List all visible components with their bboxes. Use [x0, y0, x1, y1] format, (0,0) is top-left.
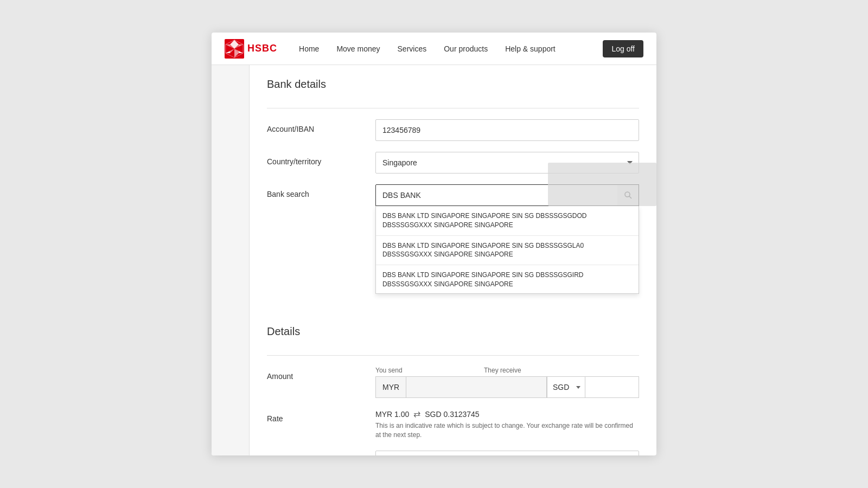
hsbc-logo-icon — [225, 39, 244, 59]
nav-services[interactable]: Services — [398, 42, 427, 55]
sidebar — [212, 65, 250, 455]
receive-currency-wrap: SGD USD EUR — [547, 376, 585, 398]
bank-search-label: Bank search — [267, 184, 375, 198]
amount-row: Amount You send They receive — [267, 367, 639, 398]
rate-note: This is an indicative rate which is subj… — [375, 421, 639, 440]
nav-move-money[interactable]: Move money — [336, 42, 380, 55]
rate-row: Rate MYR 1.00 ⇄ SGD 0.3123745 This is an… — [267, 409, 639, 440]
rate-line: MYR 1.00 ⇄ SGD 0.3123745 — [375, 409, 639, 419]
they-receive-label: They receive — [484, 367, 521, 374]
details-title: Details — [267, 325, 639, 344]
content-area: Bank details Account/IBAN Country/territ… — [212, 65, 656, 455]
nav-help-support[interactable]: Help & support — [505, 42, 556, 55]
fees-select[interactable]: Please select — [375, 451, 639, 455]
details-section: Details Amount You send They receive — [267, 325, 639, 455]
receive-amount-input[interactable] — [585, 376, 639, 398]
details-divider — [267, 355, 639, 356]
overlay-panel — [548, 163, 656, 206]
rate-control: MYR 1.00 ⇄ SGD 0.3123745 This is an indi… — [375, 409, 639, 440]
rate-to: SGD 0.3123745 — [425, 410, 479, 419]
account-iban-input[interactable] — [375, 119, 639, 141]
amount-label: Amount — [267, 367, 375, 381]
fees-label: Fees — [267, 451, 375, 455]
brand-name: HSBC — [247, 43, 277, 54]
nav-our-products[interactable]: Our products — [444, 42, 488, 55]
fees-row: Fees Please select — [267, 451, 639, 455]
amount-control: You send They receive MYR — [375, 367, 639, 398]
you-send-label: You send — [375, 367, 484, 374]
bank-dropdown-item-2[interactable]: DBS BANK LTD SINGAPORE SINGAPORE SIN SG … — [376, 236, 639, 266]
navbar: HSBC Home Move money Services Our produc… — [212, 33, 656, 65]
you-send-wrap: MYR — [375, 376, 547, 398]
country-territory-label: Country/territory — [267, 152, 375, 166]
account-iban-row: Account/IBAN — [267, 119, 639, 141]
rate-info: MYR 1.00 ⇄ SGD 0.3123745 This is an indi… — [375, 409, 639, 440]
rate-exchange-icon: ⇄ — [413, 409, 420, 419]
log-off-button[interactable]: Log off — [603, 40, 643, 57]
fees-control: Please select — [375, 451, 639, 455]
bank-dropdown-item-1[interactable]: DBS BANK LTD SINGAPORE SINGAPORE SIN SG … — [376, 206, 639, 236]
account-iban-control — [375, 119, 639, 141]
receive-currency-select[interactable]: SGD USD EUR — [547, 376, 585, 398]
bank-dropdown-item-3[interactable]: DBS BANK LTD SINGAPORE SINGAPORE SIN SG … — [376, 265, 639, 293]
bank-details-divider — [267, 108, 639, 108]
main-content: Bank details Account/IBAN Country/territ… — [250, 65, 656, 455]
fees-select-wrapper: Please select — [375, 451, 639, 455]
nav-home[interactable]: Home — [299, 42, 319, 55]
logo-area: HSBC — [225, 39, 277, 59]
they-receive-wrap: SGD USD EUR — [547, 376, 639, 398]
account-iban-label: Account/IBAN — [267, 119, 375, 133]
outer-wrapper: HSBC Home Move money Services Our produc… — [0, 0, 868, 488]
bank-details-title: Bank details — [267, 78, 639, 97]
bank-search-dropdown: DBS BANK LTD SINGAPORE SINGAPORE SIN SG … — [375, 206, 639, 294]
rate-from: MYR 1.00 — [375, 410, 409, 419]
rate-label: Rate — [267, 409, 375, 423]
hsbc-logo: HSBC — [225, 39, 277, 59]
nav-links: Home Move money Services Our products He… — [299, 42, 603, 55]
browser-window: HSBC Home Move money Services Our produc… — [212, 33, 656, 455]
send-currency: MYR — [375, 376, 406, 398]
send-amount-input[interactable] — [406, 376, 547, 398]
